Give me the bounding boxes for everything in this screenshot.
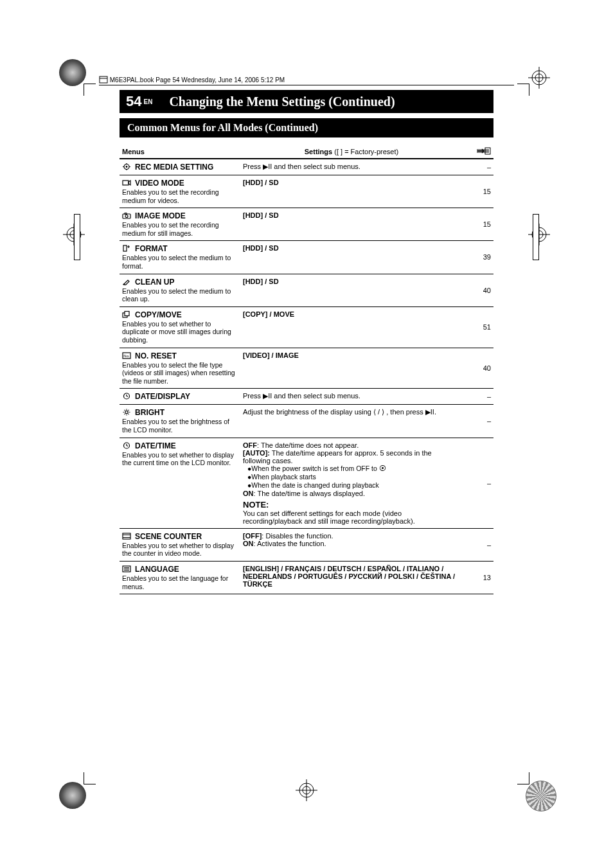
menu-setting: [HDD] / SD: [240, 208, 463, 241]
menu-desc: Enables you to set the language for menu…: [122, 574, 238, 590]
svg-point-30: [125, 215, 128, 218]
page-title: Changing the Menu Settings (Continued): [159, 90, 493, 113]
date-time-auto-text: The date/time appears for approx. 5 seco…: [243, 449, 432, 465]
note-label: NOTE:: [243, 500, 269, 509]
svg-rect-28: [123, 181, 129, 185]
table-row: DATE/DISPLAY Press ▶II and then select s…: [120, 389, 493, 405]
menu-ref: 39: [463, 241, 493, 274]
bright-icon: [122, 409, 131, 416]
menu-name: LANGUAGE: [135, 565, 179, 574]
page-ref-icon: [477, 146, 491, 155]
menu-ref: 13: [463, 562, 493, 594]
crop-mark-bottom-right: [517, 772, 529, 784]
table-row: LANGUAGE Enables you to set the language…: [120, 562, 493, 594]
book-header-text: M6E3PAL.book Page 54 Wednesday, June 14,…: [110, 76, 285, 84]
scene-counter-off: : Disables the function.: [262, 532, 333, 540]
menu-setting: [HDD] / SD: [240, 241, 463, 274]
video-mode-icon: [122, 179, 131, 186]
section-title: Common Menus for All Modes (Continued): [120, 118, 493, 137]
crop-mark-bottom-left: [84, 772, 96, 784]
menu-setting: [OFF]: Disables the function. ON: Activa…: [240, 528, 463, 561]
menu-desc: Enables you to set whether to duplicate …: [122, 320, 238, 344]
registration-mark-icon: [296, 779, 317, 801]
svg-rect-16: [100, 76, 107, 83]
menu-setting: [VIDEO] / IMAGE: [240, 348, 463, 389]
svg-line-46: [129, 410, 129, 411]
registration-mark-icon: [528, 224, 550, 245]
gear-icon: [122, 163, 131, 170]
crop-mark-top-left: [84, 84, 96, 96]
menu-desc: Enables you to set whether to display th…: [122, 451, 238, 467]
printer-dot-icon: [59, 59, 86, 86]
date-time-bullet: ●When the power switch is set from OFF t…: [252, 465, 460, 473]
menu-ref: –: [463, 405, 493, 438]
date-time-bullet: ●When the date is changed during playbac…: [252, 481, 460, 490]
menu-name: SCENE COUNTER: [135, 532, 202, 541]
menu-setting: Adjust the brightness of the display usi…: [240, 405, 463, 438]
menu-setting: Press ▶II and then select sub menus.: [240, 159, 463, 175]
page-lang: EN: [143, 98, 152, 105]
col-reference: [463, 143, 493, 159]
table-row: COPY/MOVE Enables you to set whether to …: [120, 306, 493, 348]
date-time-bullet: ●When playback starts: [252, 473, 460, 481]
language-icon: [122, 565, 131, 572]
printer-dot-icon: [59, 782, 86, 809]
menu-table: Menus Settings ([ ] = Factory-preset) RE…: [120, 143, 493, 594]
cleanup-icon: [122, 278, 131, 285]
menu-ref: –: [463, 389, 493, 405]
menu-setting: [HDD] / SD: [240, 274, 463, 306]
svg-text:No.: No.: [123, 354, 130, 358]
menu-name: DATE/TIME: [135, 441, 176, 450]
page-number: 54: [126, 93, 141, 110]
date-display-icon: [122, 393, 131, 400]
menu-desc: Enables you to select the file type (vid…: [122, 361, 238, 385]
col-settings: Settings ([ ] = Factory-preset): [240, 143, 463, 159]
menu-name: NO. RESET: [135, 351, 177, 360]
menu-desc: Enables you to select the medium to form…: [122, 254, 238, 270]
menu-ref: –: [463, 528, 493, 561]
date-time-icon: [122, 442, 131, 449]
table-row: CLEAN UP Enables you to select the mediu…: [120, 274, 493, 306]
menu-name: DATE/DISPLAY: [135, 392, 190, 401]
col-menus: Menus: [120, 143, 240, 159]
page-number-box: 54 EN: [120, 90, 159, 113]
table-row: REC MEDIA SETTING Press ▶II and then sel…: [120, 159, 493, 175]
table-row: SCENE COUNTER Enables you to set whether…: [120, 528, 493, 561]
date-time-auto-label: [AUTO]:: [243, 449, 270, 457]
menu-name: CLEAN UP: [135, 278, 174, 287]
menu-setting: [COPY] / MOVE: [240, 306, 463, 348]
date-time-on: : The date/time is always displayed.: [254, 490, 365, 497]
menu-desc: Enables you to select the medium to clea…: [122, 287, 238, 303]
menu-setting: Press ▶II and then select sub menus.: [240, 389, 463, 405]
image-mode-icon: [122, 212, 131, 219]
table-row: DATE/TIME Enables you to set whether to …: [120, 438, 493, 528]
printer-gear-icon: [526, 781, 556, 811]
no-reset-icon: No.: [122, 352, 131, 359]
menu-name: VIDEO MODE: [135, 179, 184, 188]
svg-line-45: [125, 414, 125, 414]
menu-name: REC MEDIA SETTING: [135, 163, 213, 172]
copy-move-icon: [122, 311, 131, 318]
svg-point-38: [125, 411, 128, 414]
menu-desc: Enables you to set the recording medium …: [122, 188, 238, 204]
menu-ref: 15: [463, 175, 493, 208]
svg-point-23: [126, 166, 128, 168]
menu-ref: –: [463, 159, 493, 175]
scene-counter-on: : Activates the function.: [254, 540, 326, 547]
menu-name: FORMAT: [135, 244, 167, 253]
format-icon: [122, 245, 131, 252]
printer-bar-right: [533, 214, 539, 260]
table-row: FORMAT Enables you to select the medium …: [120, 241, 493, 274]
menu-setting: OFF: The date/time does not appear. [AUT…: [240, 438, 463, 528]
table-row: BRIGHT Enables you to set the brightness…: [120, 405, 493, 438]
menu-ref: 15: [463, 208, 493, 241]
table-row: IMAGE MODE Enables you to set the record…: [120, 208, 493, 241]
printer-bar-left: [74, 214, 80, 260]
svg-rect-48: [123, 533, 130, 539]
svg-line-43: [125, 410, 125, 411]
scene-counter-icon: [122, 533, 131, 540]
date-time-off: : The date/time does not appear.: [257, 441, 359, 449]
svg-rect-34: [125, 311, 129, 315]
note-text: You can set different settings for each …: [243, 509, 460, 525]
table-row: VIDEO MODE Enables you to set the record…: [120, 175, 493, 208]
